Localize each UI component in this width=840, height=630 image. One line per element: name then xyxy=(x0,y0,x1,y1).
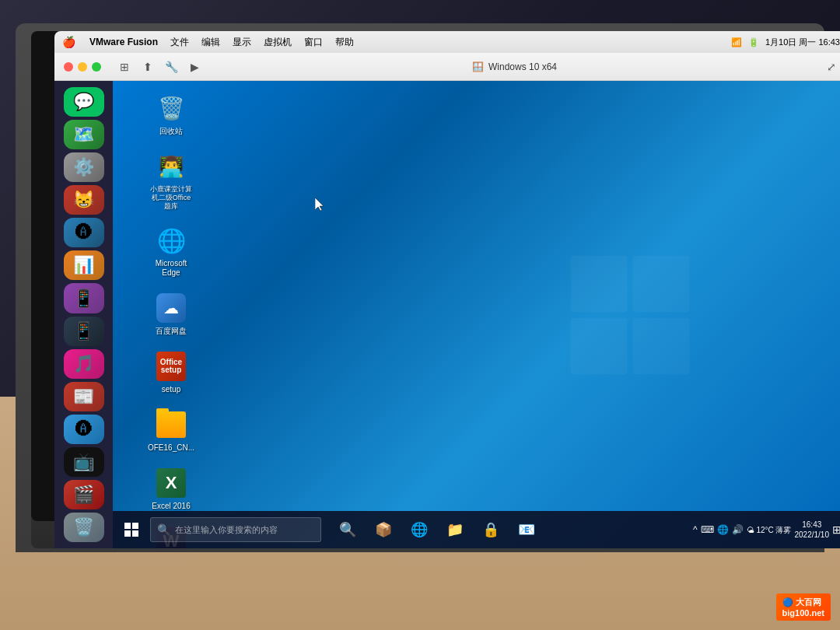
dock-app-pink[interactable]: 🎵 xyxy=(64,349,104,379)
taskbar-mail-icon[interactable]: 📧 xyxy=(509,513,544,547)
win-icon-ofe16[interactable]: OFE16_CN... xyxy=(124,405,218,456)
laptop-body: MacBook Pro esc F1 F2 F3 F4 F5 F6 F7 F8 … xyxy=(16,23,824,552)
svg-rect-7 xyxy=(132,530,138,537)
search-bar[interactable]: 🔍 在这里输入你要搜索的内容 xyxy=(150,517,321,542)
dock-app-news[interactable]: 📰 xyxy=(64,382,104,411)
search-icon: 🔍 xyxy=(157,523,170,536)
svg-rect-1 xyxy=(633,255,690,312)
maximize-button[interactable] xyxy=(92,62,101,72)
watermark-icon: 🔵 xyxy=(782,597,793,607)
setup-icon: Officesetup xyxy=(155,350,187,383)
menu-file[interactable]: 文件 xyxy=(164,36,195,49)
baidu-netdisk-icon: ☁ xyxy=(155,292,187,324)
dock-tv[interactable]: 📺 xyxy=(64,447,104,477)
menu-view[interactable]: 显示 xyxy=(226,36,257,49)
titlebar-center: 🪟 Windows 10 x64 xyxy=(202,61,827,72)
excel-label: Excel 2016 xyxy=(152,502,190,511)
network-icon: 🌐 xyxy=(717,524,729,535)
taskbar-store-icon[interactable]: 📦 xyxy=(366,513,401,547)
watermark-text: 大百网 xyxy=(796,597,821,607)
taskbar-edge-icon[interactable]: 🌐 xyxy=(402,513,436,547)
date-display: 2022/1/10 xyxy=(795,530,830,540)
volume-icon[interactable]: 🔊 xyxy=(732,524,744,535)
dock-trash[interactable]: 🗑️ xyxy=(64,513,104,542)
baidu-label: 百度网盘 xyxy=(156,327,187,336)
titlebar-tools: ⊞ ⬆ 🔧 ▶ xyxy=(117,59,202,75)
svg-rect-6 xyxy=(124,530,131,537)
svg-rect-5 xyxy=(132,523,138,529)
taskbar-explorer-icon[interactable]: 📁 xyxy=(438,513,472,547)
win-icon-recycle[interactable]: 🗑️ 回收站 xyxy=(124,89,218,139)
weather-icon: 🌤 xyxy=(747,526,754,534)
system-tray: ^ ⌨ 🌐 🔊 🌤 12°C 薄雾 16:43 2022/1/10 ⊞ xyxy=(693,520,840,540)
keyboard-icon: ⌨ xyxy=(701,524,714,535)
xiaolu-app-icon: 👨‍💻 xyxy=(155,150,187,183)
battery-icon: 🔋 xyxy=(748,37,759,47)
arrow-icon[interactable]: ▶ xyxy=(187,59,202,75)
dock-settings[interactable]: ⚙️ xyxy=(64,152,104,182)
minimize-button[interactable] xyxy=(78,62,87,72)
menu-window[interactable]: 窗口 xyxy=(298,36,329,49)
windows-icon: 🪟 xyxy=(472,61,484,72)
taskbar-search-icon[interactable]: 🔍 xyxy=(331,513,365,547)
site-watermark: 🔵 大百网 big100.net xyxy=(776,593,831,621)
wrench-icon[interactable]: 🔧 xyxy=(163,59,179,75)
watermark-url: big100.net xyxy=(782,608,824,618)
dock-app-purple[interactable]: 📱 xyxy=(64,283,104,313)
menu-help[interactable]: 帮助 xyxy=(329,36,360,49)
dock-app-blue[interactable]: 🅐 xyxy=(64,218,104,247)
dock-wechat[interactable]: 💬 xyxy=(64,87,104,117)
weather-display: 🌤 12°C 薄雾 xyxy=(747,525,792,535)
windows10-logo xyxy=(568,253,692,377)
recycle-bin-label: 回收站 xyxy=(159,127,183,136)
search-placeholder: 在这里输入你要搜索的内容 xyxy=(175,524,278,536)
menubar-right: 📶 🔋 1月10日 周一 16:43 xyxy=(731,37,840,48)
share-icon[interactable]: ⬆ xyxy=(140,59,156,75)
mouse-cursor xyxy=(315,198,324,212)
start-button[interactable] xyxy=(113,511,150,548)
time-display: 16:43 xyxy=(795,520,830,530)
fullscreen-icon[interactable]: ⤢ xyxy=(827,61,836,73)
dock-appstore[interactable]: 🅐 xyxy=(64,415,104,444)
win-icon-baidu[interactable]: ☁ 百度网盘 xyxy=(124,289,218,339)
menu-app-name[interactable]: VMware Fusion xyxy=(83,37,164,47)
menu-vm[interactable]: 虚拟机 xyxy=(257,36,298,49)
mac-menubar: 🍎 VMware Fusion 文件 编辑 显示 虚拟机 窗口 帮助 📶 🔋 1… xyxy=(54,31,840,53)
apple-logo-icon[interactable]: 🍎 xyxy=(62,36,75,48)
ofe16-folder-icon xyxy=(155,408,187,441)
edge-label: MicrosoftEdge xyxy=(156,259,187,278)
win-icon-xiaolu[interactable]: 👨‍💻 小鹿课堂计算机二级Office题库 xyxy=(124,147,218,213)
clock-display: 16:43 2022/1/10 xyxy=(795,520,830,540)
windows-taskbar: 🔍 在这里输入你要搜索的内容 🔍 📦 🌐 📁 🔒 📧 ^ ⌨ xyxy=(113,511,840,548)
win-icon-edge[interactable]: 🌐 MicrosoftEdge xyxy=(124,221,218,281)
dock-music[interactable]: 🎬 xyxy=(64,480,104,509)
win-icon-setup[interactable]: Officesetup setup xyxy=(124,347,218,397)
screen-bezel: 🍎 VMware Fusion 文件 编辑 显示 虚拟机 窗口 帮助 📶 🔋 1… xyxy=(31,31,809,521)
excel-icon: X xyxy=(155,467,187,499)
wifi-icon: 📶 xyxy=(731,37,742,47)
menu-edit[interactable]: 编辑 xyxy=(195,36,226,49)
ofe16-label: OFE16_CN... xyxy=(148,443,194,453)
systray-arrow-icon[interactable]: ^ xyxy=(693,524,698,535)
taskbar-lock-icon[interactable]: 🔒 xyxy=(474,513,508,547)
svg-rect-4 xyxy=(124,523,131,529)
close-button[interactable] xyxy=(64,62,73,72)
vmware-window: 🍎 VMware Fusion 文件 编辑 显示 虚拟机 窗口 帮助 📶 🔋 1… xyxy=(54,31,840,548)
vmware-tools-icon: ⊞ xyxy=(832,523,840,536)
win-desktop-icons: 🗑️ 回收站 👨‍💻 小鹿课堂计算机二级Office题库 🌐 Microsoft… xyxy=(124,89,218,548)
window-title: Windows 10 x64 xyxy=(488,61,557,72)
view-icon[interactable]: ⊞ xyxy=(117,59,132,75)
windows-desktop: 🗑️ 回收站 👨‍💻 小鹿课堂计算机二级Office题库 🌐 Microsoft… xyxy=(113,81,840,548)
dock-app-orange[interactable]: 📊 xyxy=(64,250,104,280)
svg-rect-2 xyxy=(571,317,628,374)
taskbar-pinned-icons: 🔍 📦 🌐 📁 🔒 📧 xyxy=(331,513,544,547)
vmware-titlebar: ⊞ ⬆ 🔧 ▶ 🪟 Windows 10 x64 ⤢ xyxy=(54,53,840,81)
dock-app-red[interactable]: 😸 xyxy=(64,185,104,215)
mac-dock: 💬 🗺️ ⚙️ 😸 🅐 📊 📱 📱 🎵 📰 🅐 📺 🎬 🗑️ xyxy=(54,81,113,548)
dock-maps[interactable]: 🗺️ xyxy=(64,120,104,149)
svg-rect-0 xyxy=(571,255,628,312)
setup-label: setup xyxy=(162,385,180,394)
win-icon-excel[interactable]: X Excel 2016 xyxy=(124,464,218,514)
datetime-display: 1月10日 周一 16:43 xyxy=(765,37,840,48)
dock-app-darkblue[interactable]: 📱 xyxy=(64,317,104,346)
